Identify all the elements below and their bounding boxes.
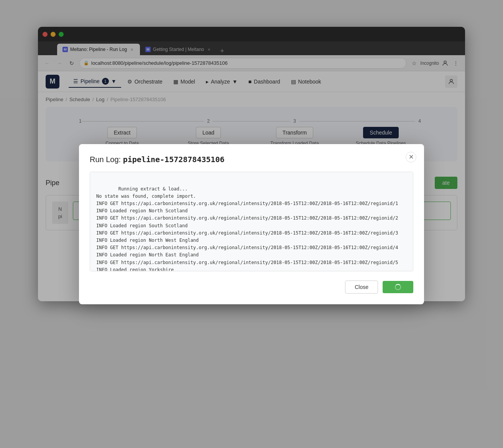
modal-close-button[interactable]: ✕ (406, 152, 416, 162)
modal-title: Run Log: pipeline-1572878435106 (90, 155, 413, 164)
modal-footer: Close (90, 281, 413, 294)
modal-overlay: Run Log: pipeline-1572878435106 ✕ Runnin… (0, 0, 503, 448)
run-log-modal: Run Log: pipeline-1572878435106 ✕ Runnin… (79, 144, 424, 304)
log-text: Running extract & load... No state was f… (96, 186, 398, 271)
modal-pipeline-id: pipeline-1572878435106 (123, 155, 225, 164)
loading-spinner (395, 284, 401, 290)
close-button[interactable]: Close (345, 281, 378, 294)
loading-button[interactable] (383, 281, 413, 293)
log-content-box[interactable]: Running extract & load... No state was f… (90, 172, 413, 271)
